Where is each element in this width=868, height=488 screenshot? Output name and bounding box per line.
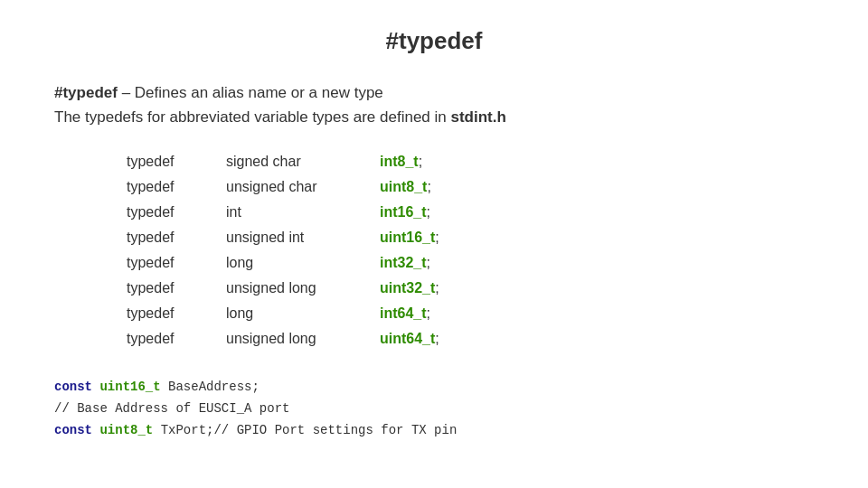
row-3-type: int bbox=[226, 200, 380, 225]
kw-const-2: const bbox=[54, 423, 99, 437]
row-5-alias: int32_t; bbox=[380, 250, 488, 276]
col-types: signed char unsigned char int unsigned i… bbox=[226, 149, 380, 352]
row-5-kw: typedef bbox=[127, 250, 226, 276]
row-3-alias: int16_t; bbox=[380, 200, 488, 225]
row-8-alias: uint64_t; bbox=[380, 326, 488, 352]
description-block: #typedef – Defines an alias name or a ne… bbox=[54, 80, 814, 129]
code-line-3: const uint8_t TxPort;// GPIO Port settin… bbox=[54, 420, 814, 442]
row-6-kw: typedef bbox=[127, 276, 226, 301]
col-keywords: typedef typedef typedef typedef typedef … bbox=[127, 149, 226, 352]
code-txport: TxPort;// GPIO Port settings for TX pin bbox=[153, 423, 457, 437]
row-2-alias: uint8_t; bbox=[380, 174, 488, 200]
slide-container: #typedef #typedef – Defines an alias nam… bbox=[0, 0, 868, 488]
row-2-kw: typedef bbox=[127, 174, 226, 200]
type-uint8: uint8_t bbox=[99, 423, 153, 437]
type-uint16: uint16_t bbox=[99, 380, 160, 394]
row-1-kw: typedef bbox=[127, 149, 226, 174]
row-6-alias: uint32_t; bbox=[380, 276, 488, 301]
row-1-alias: int8_t; bbox=[380, 149, 488, 174]
row-8-type: unsigned long bbox=[226, 326, 380, 352]
row-7-type: long bbox=[226, 301, 380, 326]
desc-line1: #typedef – Defines an alias name or a ne… bbox=[54, 84, 383, 101]
code-baseaddr: BaseAddress; bbox=[161, 380, 259, 394]
row-4-alias: uint16_t; bbox=[380, 225, 488, 250]
row-8-kw: typedef bbox=[127, 326, 226, 352]
comment-eusci: // Base Address of EUSCI_A port bbox=[54, 401, 289, 416]
row-6-type: unsigned long bbox=[226, 276, 380, 301]
row-7-alias: int64_t; bbox=[380, 301, 488, 326]
row-1-type: signed char bbox=[226, 149, 380, 174]
row-2-type: unsigned char bbox=[226, 174, 380, 200]
row-7-kw: typedef bbox=[127, 301, 226, 326]
desc-line2: The typedefs for abbreviated variable ty… bbox=[54, 108, 506, 126]
code-block: const uint16_t BaseAddress; // Base Addr… bbox=[54, 377, 814, 441]
kw-const-1: const bbox=[54, 380, 99, 394]
code-line-1: const uint16_t BaseAddress; bbox=[54, 377, 814, 399]
desc-line2-prefix: The typedefs for abbreviated variable ty… bbox=[54, 108, 451, 126]
typedef-keyword: #typedef bbox=[54, 84, 118, 101]
stdint-bold: stdint.h bbox=[451, 108, 506, 126]
typedef-table: typedef typedef typedef typedef typedef … bbox=[127, 149, 814, 352]
desc-line1-text: – Defines an alias name or a new type bbox=[118, 84, 383, 101]
code-line-2: // Base Address of EUSCI_A port bbox=[54, 399, 814, 420]
col-aliases: int8_t; uint8_t; int16_t; uint16_t; int3… bbox=[380, 149, 488, 352]
row-3-kw: typedef bbox=[127, 200, 226, 225]
row-4-type: unsigned int bbox=[226, 225, 380, 250]
row-5-type: long bbox=[226, 250, 380, 276]
slide-title: #typedef bbox=[54, 27, 814, 55]
row-4-kw: typedef bbox=[127, 225, 226, 250]
